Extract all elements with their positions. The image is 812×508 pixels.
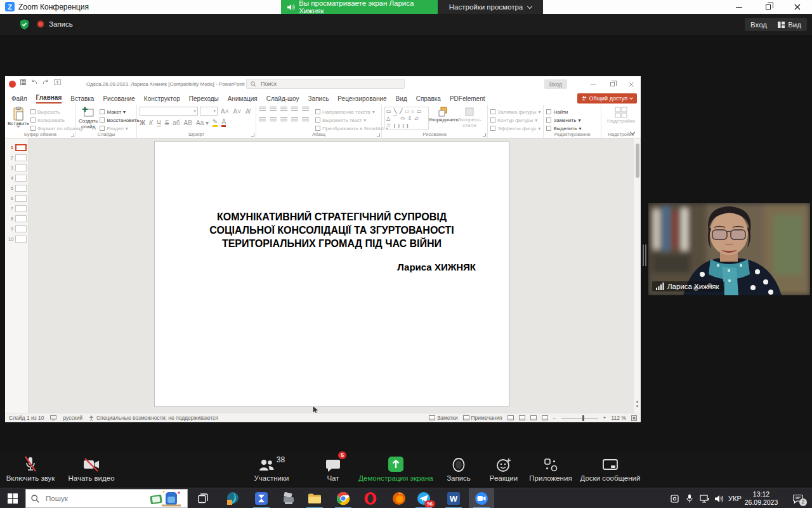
app-icon-blue[interactable] [249, 488, 274, 508]
new-slide-button[interactable]: Создать слайд [79, 107, 98, 132]
copy-button[interactable]: Копировать [30, 116, 83, 124]
slide-thumbnail[interactable]: 6 [5, 193, 29, 203]
slide-thumbnail[interactable]: 1 [5, 142, 29, 152]
security-shield-icon[interactable] [19, 19, 30, 32]
slide-thumbnail[interactable]: 7 [5, 203, 29, 213]
tab-slideshow[interactable]: Слайд-шоу [266, 95, 299, 104]
ppt-close-button[interactable] [622, 76, 641, 92]
increase-indent-icon[interactable] [291, 107, 298, 112]
font-name-combo[interactable]: ▾ [140, 107, 198, 116]
shape-effects-button[interactable]: Эффекты фигур ▾ [490, 124, 540, 132]
whiteboards-button[interactable]: Доски сообщений [579, 455, 642, 482]
reading-view-button[interactable] [530, 415, 537, 420]
font-color-button[interactable]: А [221, 118, 226, 127]
align-center-icon[interactable] [270, 117, 277, 123]
case-button[interactable]: Аа ▾ [196, 119, 209, 126]
shape-fill-button[interactable]: Заливка фигуры ▾ [490, 108, 540, 116]
text-direction-button[interactable]: Направление текста ▾ [315, 108, 388, 116]
normal-view-button[interactable] [508, 415, 514, 420]
zoom-slider-knob[interactable] [582, 415, 584, 421]
clear-format-icon[interactable]: А̸ [246, 108, 250, 115]
tab-help[interactable]: Справка [416, 95, 441, 104]
opera-icon[interactable] [358, 488, 383, 508]
mute-button[interactable]: Включить звук [1, 455, 60, 482]
columns-icon[interactable] [302, 117, 309, 123]
bullets-icon[interactable] [259, 107, 266, 112]
app-icon-printer[interactable] [276, 488, 301, 508]
tab-insert[interactable]: Вставка [70, 95, 94, 104]
save-icon[interactable] [20, 79, 26, 85]
drawing-dialog-launcher[interactable] [483, 133, 486, 137]
accessibility-status[interactable]: Специальные возможности: не поддерживают… [89, 415, 218, 421]
reactions-button[interactable]: Реакции [481, 455, 526, 482]
tray-mic-icon[interactable] [683, 488, 697, 508]
window-restore-button[interactable] [754, 0, 783, 14]
spacing-button[interactable]: АВ [184, 119, 192, 126]
tab-record[interactable]: Запись [308, 95, 329, 104]
tab-design[interactable]: Конструктор [144, 95, 180, 104]
paragraph-dialog-launcher[interactable] [377, 133, 380, 137]
signin-button[interactable]: Вход [745, 18, 773, 31]
strikethrough-button[interactable]: S [165, 119, 169, 126]
font-size-combo[interactable]: ▾ [200, 107, 218, 116]
language-indicator[interactable]: УКР [728, 495, 742, 502]
paste-button[interactable]: Вставить [8, 107, 29, 132]
tray-network-icon[interactable] [697, 488, 712, 508]
decrease-indent-icon[interactable] [280, 107, 287, 112]
shape-outline-button[interactable]: Контур фигуры ▾ [490, 116, 540, 124]
notifications-button[interactable]: 2 [785, 488, 811, 508]
underline-button[interactable]: Ч [157, 119, 161, 126]
highlight-color-button[interactable]: ✎ [213, 118, 218, 127]
taskbar-search-input[interactable] [44, 494, 133, 503]
quick-styles-button[interactable]: Экспресс-стили [458, 107, 481, 130]
word-icon[interactable]: W [441, 488, 466, 508]
ppt-vertical-scrollbar[interactable]: ▲▼ [633, 138, 641, 413]
ppt-share-button[interactable]: Общий доступ [577, 93, 637, 104]
font-dialog-launcher[interactable] [251, 133, 254, 137]
undo-icon[interactable] [31, 79, 37, 85]
comments-button[interactable]: Примечания [463, 415, 502, 421]
align-left-icon[interactable] [259, 117, 266, 123]
apps-button[interactable]: Приложения [525, 455, 576, 482]
numbering-icon[interactable] [270, 107, 277, 112]
taskbar-search[interactable] [25, 489, 188, 508]
tab-home[interactable]: Главная [36, 94, 62, 104]
ppt-minimize-button[interactable] [584, 76, 603, 92]
slide-thumbnail[interactable]: 5 [5, 183, 29, 193]
chrome-icon[interactable] [331, 488, 356, 508]
justify-icon[interactable] [291, 117, 298, 123]
touch-mode-icon[interactable] [54, 79, 61, 85]
zoom-slider[interactable] [561, 418, 598, 418]
ppt-search-box[interactable] [246, 79, 405, 89]
slide-thumbnail[interactable]: 3 [5, 163, 29, 173]
prev-next-slide-buttons[interactable]: ▲▼ [634, 399, 641, 409]
shapes-gallery[interactable]: ▭ ╲ ╱ □ ○ ▭△ ⌒ ⇨ ⇩ ▱☆ ( ) { } [384, 107, 429, 130]
start-video-button[interactable]: Начать видео [61, 455, 122, 482]
video-panel-drag-handle[interactable] [643, 244, 646, 266]
notes-button[interactable]: Заметки [429, 415, 458, 421]
bold-button[interactable]: Ж [140, 119, 145, 126]
ppt-search-input[interactable] [259, 80, 386, 88]
slide-thumbnail[interactable]: 4 [5, 173, 29, 183]
ppt-signin-button[interactable]: Вход [544, 79, 567, 89]
tab-transitions[interactable]: Переходы [189, 95, 219, 104]
zoom-out-button[interactable]: − [553, 415, 556, 421]
replace-button[interactable]: Заменить ▾ [546, 116, 598, 124]
language-indicator[interactable]: русский [63, 415, 82, 421]
scrollbar-thumb[interactable] [636, 144, 639, 178]
reset-button[interactable]: Восстановить [100, 116, 139, 124]
zoom-app-icon[interactable] [469, 488, 494, 508]
window-close-button[interactable] [783, 0, 812, 14]
slideshow-view-button[interactable] [542, 415, 548, 420]
record-button[interactable]: Запись [440, 455, 478, 482]
tab-review[interactable]: Рецензирование [337, 95, 386, 104]
tab-draw[interactable]: Рисование [103, 95, 134, 104]
participants-button[interactable]: 38 Участники [242, 455, 301, 482]
file-explorer-icon[interactable] [302, 488, 327, 508]
firefox-icon[interactable] [386, 488, 412, 508]
tray-capture-icon[interactable] [667, 488, 681, 508]
taskbar-clock[interactable]: 13:12 26.09.2023 [741, 490, 782, 507]
slide-thumbnail[interactable]: 2 [5, 152, 29, 163]
clipboard-dialog-launcher[interactable] [71, 133, 74, 137]
arrange-button[interactable]: Упорядочить [431, 107, 455, 130]
